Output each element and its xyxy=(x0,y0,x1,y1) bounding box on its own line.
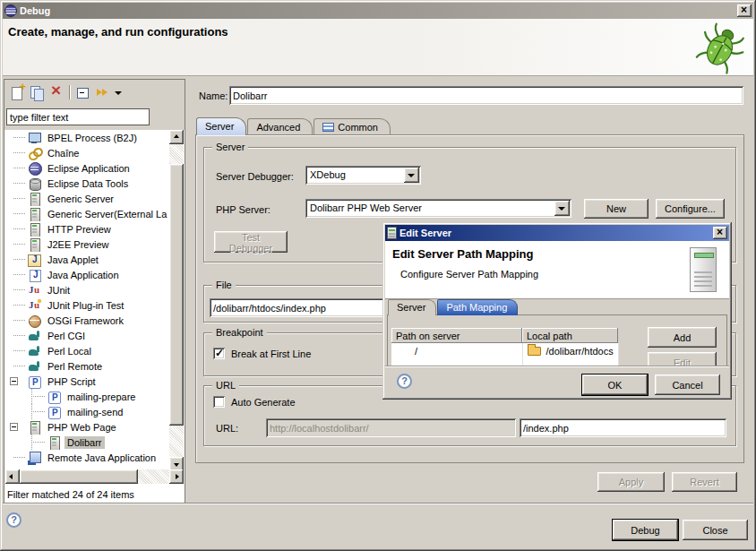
dialog-tab-path-mapping[interactable]: Path Mapping xyxy=(437,299,518,315)
tab-server-label: Server xyxy=(205,121,234,132)
url-base-input[interactable] xyxy=(266,418,516,437)
tree-item-remote-java-application[interactable]: Remote Java Application xyxy=(5,450,169,465)
horizontal-scroll-thumb[interactable] xyxy=(20,469,138,484)
expander-minus-icon[interactable] xyxy=(10,377,18,385)
ok-button[interactable]: OK xyxy=(582,375,648,395)
new-configuration-icon[interactable] xyxy=(9,84,25,100)
new-server-button[interactable]: New xyxy=(584,199,649,219)
delete-configuration-icon[interactable] xyxy=(49,84,65,100)
chain-icon xyxy=(27,146,42,160)
test-debugger-button[interactable]: Test Debugger xyxy=(214,231,288,253)
window-titlebar: Debug xyxy=(3,3,753,19)
tree-item-bpel-process-b2j[interactable]: BPEL Process (B2J) xyxy=(5,130,169,145)
tree-item-junit[interactable]: JUnit xyxy=(5,282,169,297)
scroll-right-button[interactable] xyxy=(169,469,184,484)
debug-button[interactable]: Debug xyxy=(613,520,678,540)
tree-item-perl-remote[interactable]: Perl Remote xyxy=(5,358,169,374)
remote-java-icon xyxy=(27,451,42,465)
cancel-button[interactable]: Cancel xyxy=(655,375,720,395)
path-mapping-table: Path on server Local path //dolibarr/htd… xyxy=(391,328,619,366)
tree-item-dolibarr[interactable]: Dolibarr xyxy=(5,435,169,450)
break-first-line-checkbox[interactable] xyxy=(213,348,225,359)
filter-input[interactable] xyxy=(6,108,150,125)
tree-item-label: Perl Remote xyxy=(45,360,105,373)
url-path-input[interactable] xyxy=(520,418,726,437)
column-header-path-on-server[interactable]: Path on server xyxy=(391,328,522,343)
php-server-value: Dolibarr PHP Web Server xyxy=(310,202,422,213)
expander-minus-icon[interactable] xyxy=(10,423,18,431)
tree-item-php-web-page[interactable]: PHP Web Page xyxy=(5,419,169,435)
tree-item-mailing-send[interactable]: mailing-send xyxy=(5,404,169,419)
tree-item-eclipse-application[interactable]: Eclipse Application xyxy=(5,160,169,176)
tree-item-generic-server[interactable]: Generic Server xyxy=(5,191,169,206)
osgi-icon xyxy=(27,314,42,328)
bug-icon xyxy=(694,21,746,74)
tree-item-java-applet[interactable]: Java Applet xyxy=(5,252,169,267)
dialog-header: Edit Server Path Mapping Configure Serve… xyxy=(385,241,729,299)
collapse-all-icon[interactable] xyxy=(74,84,90,100)
perl-icon xyxy=(27,359,42,374)
dialog-help-icon[interactable] xyxy=(397,374,412,389)
tree-item-generic-server-external-la[interactable]: Generic Server(External La xyxy=(5,206,169,221)
tree-item-php-script[interactable]: PHP Script xyxy=(5,374,169,389)
tree-item-label: PHP Script xyxy=(45,375,99,388)
scroll-up-button[interactable] xyxy=(169,130,184,144)
auto-generate-label: Auto Generate xyxy=(231,397,296,408)
revert-button[interactable]: Revert xyxy=(672,472,737,492)
tree-item-cha-ne[interactable]: Chaîne xyxy=(5,145,169,160)
add-mapping-button[interactable]: Add xyxy=(648,327,717,348)
help-icon[interactable] xyxy=(6,512,21,528)
close-button[interactable]: Close xyxy=(683,520,748,540)
tree-horizontal-scrollbar[interactable] xyxy=(5,469,184,484)
configure-button[interactable]: Configure... xyxy=(656,199,725,219)
dialog-title: Edit Server xyxy=(399,228,713,238)
tree-item-osgi-framework[interactable]: OSGi Framework xyxy=(5,313,169,328)
tree-item-label: JUnit Plug-in Test xyxy=(45,299,126,312)
tab-advanced[interactable]: Advanced xyxy=(247,118,313,135)
tree-item-perl-cgi[interactable]: Perl CGI xyxy=(5,328,169,343)
dialog-close-button[interactable] xyxy=(713,227,727,239)
auto-generate-checkbox[interactable] xyxy=(213,396,225,408)
dialog-tab-server[interactable]: Server xyxy=(388,299,436,315)
tree-item-j2ee-preview[interactable]: J2EE Preview xyxy=(5,237,169,252)
server-icon xyxy=(387,227,397,239)
window-title: Debug xyxy=(20,5,737,16)
window-close-button[interactable] xyxy=(737,4,752,17)
header-banner: Create, manage, and run configurations xyxy=(3,19,753,76)
tree-item-mailing-prepare[interactable]: mailing-prepare xyxy=(5,389,169,404)
tree-item-label: HTTP Preview xyxy=(45,223,114,236)
tree-item-eclipse-data-tools[interactable]: Eclipse Data Tools xyxy=(5,176,169,191)
configurations-panel: BPEL Process (B2J)ChaîneEclipse Applicat… xyxy=(4,79,185,504)
server-icon xyxy=(27,237,42,252)
path-mapping-row[interactable]: //dolibarr/htdocs xyxy=(391,343,618,358)
server-debugger-combo[interactable]: XDebug xyxy=(305,166,421,185)
vertical-scroll-thumb[interactable] xyxy=(169,164,184,426)
tab-common[interactable]: Common xyxy=(314,118,391,135)
combo-dropdown-icon[interactable] xyxy=(554,201,570,216)
bpel-process-icon xyxy=(27,131,42,145)
combo-dropdown-icon[interactable] xyxy=(404,168,419,183)
tree-item-label: Perl Local xyxy=(45,345,94,357)
tree-item-perl-local[interactable]: Perl Local xyxy=(5,343,169,358)
tree-item-junit-plug-in-test[interactable]: JUnit Plug-in Test xyxy=(5,297,169,313)
php-server-combo[interactable]: Dolibarr PHP Web Server xyxy=(305,199,571,218)
server-tower-icon xyxy=(690,247,717,292)
tree-item-label: mailing-send xyxy=(64,406,125,418)
tree-item-label: Generic Server(External La xyxy=(45,208,169,220)
server-icon xyxy=(47,435,62,450)
toolbar-menu-arrow-icon[interactable] xyxy=(111,84,127,100)
tree-item-java-application[interactable]: Java Application xyxy=(5,267,169,282)
server-icon xyxy=(27,420,42,435)
scroll-left-button[interactable] xyxy=(5,469,20,484)
tree-vertical-scrollbar[interactable] xyxy=(169,130,184,471)
path-mapping-panel: Path on server Local path //dolibarr/htd… xyxy=(387,314,727,366)
duplicate-configuration-icon[interactable] xyxy=(29,84,45,100)
apply-button[interactable]: Apply xyxy=(597,472,665,492)
tree-item-http-preview[interactable]: HTTP Preview xyxy=(5,221,169,237)
column-header-local-path[interactable]: Local path xyxy=(522,328,618,343)
name-input[interactable] xyxy=(229,86,743,105)
tab-server[interactable]: Server xyxy=(196,117,246,135)
filter-icon[interactable] xyxy=(95,84,111,100)
banner-title: Create, manage, and run configurations xyxy=(8,25,228,39)
edit-mapping-button[interactable]: Edit xyxy=(648,352,717,366)
